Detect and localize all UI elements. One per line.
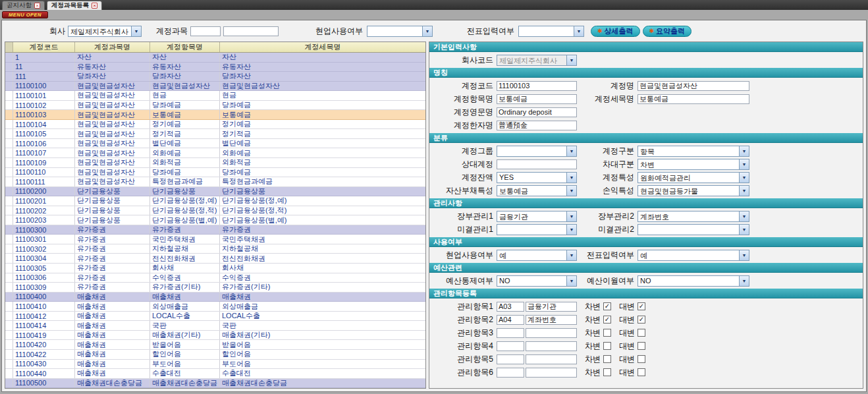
column-header-subject[interactable]: 계정과목명 [75,42,150,52]
table-row[interactable]: 11100420매출채권받을어음받을어음 [5,340,425,350]
table-row[interactable]: 11100400매출채권매출채권매출채권 [5,293,425,302]
debit-checkbox[interactable] [603,368,611,376]
dc-div-select[interactable]: 차변 ▼ [637,159,749,170]
table-row[interactable]: 11100412매출채권LOCAL수출LOCAL수출 [5,312,425,322]
table-row[interactable]: 11100304유가증권전신전화채권전신전화채권 [5,254,425,264]
mgmt-item-code-input[interactable] [497,354,524,364]
table-row[interactable]: 11100200단기금융상품단기금융상품단기금융상품 [5,187,425,197]
mgmt-item-name-input[interactable] [526,315,577,325]
mgmt-item-code-input[interactable] [497,328,524,338]
table-row[interactable]: 11100410매출채권외상매출금외상매출금 [5,302,425,312]
mgmt-item-name-input[interactable] [526,341,577,351]
mgmt-item-name-input[interactable] [526,368,577,378]
table-row[interactable]: 11100101현금및현금성자산현금현금 [5,91,425,101]
account-code-filter-input[interactable] [190,26,221,36]
table-row[interactable]: 11100103현금및현금성자산보통예금보통예금 [5,110,425,120]
mgmt-item-name-input[interactable] [526,302,577,312]
mgmt-item-name-input[interactable] [526,328,577,338]
credit-checkbox[interactable] [637,329,645,337]
pl-trait-select[interactable]: 현금및현금등가물 ▼ [637,185,749,196]
mgmt-item-name-input[interactable] [526,354,577,364]
mgmt-item-code-input[interactable] [497,302,524,312]
table-row[interactable]: 11100105현금및현금성자산정기적금정기적금 [5,129,425,139]
cell-detail: 정기적금 [220,129,425,138]
biz-use-select[interactable]: 예 ▼ [497,250,577,261]
table-row[interactable]: 11100440매출채권수출대전수출대전 [5,369,425,379]
table-row[interactable]: 11100301유가증권국민주택채권국민주택채권 [5,235,425,244]
detail-print-button[interactable]: ✱ 상세출력 [591,26,640,37]
pending1-select[interactable]: ▼ [497,224,577,235]
tab-close-icon[interactable]: × [92,3,97,9]
credit-checkbox[interactable] [637,342,645,350]
row-selector [5,312,13,321]
account-code-input[interactable] [497,81,577,91]
table-row[interactable]: 11100203단기금융상품단기금융상품(별,예)단기금융상품(별,예) [5,215,425,225]
debit-checkbox[interactable]: ✓ [603,302,611,310]
table-row[interactable]: 11100107현금및현금성자산외화예금외화예금 [5,148,425,158]
table-row[interactable]: 111당좌자산당좌자산당좌자산 [5,72,425,82]
table-row[interactable]: 11100306유가증권수익증권수익증권 [5,273,425,283]
table-row[interactable]: 11100302유가증권지하철공채지하철공채 [5,244,425,254]
table-row[interactable]: 11100201단기금융상품단기금융상품(정,예)단기금융상품(정,예) [5,196,425,206]
hanja-name-input[interactable] [497,121,577,130]
table-row[interactable]: 11100305유가증권회사채회사채 [5,264,425,273]
table-row[interactable]: 11100500매출채권대손충당금매출채권대손충당금매출채권대손충당금 [5,379,425,389]
table-row[interactable]: 1자산자산자산 [5,53,425,63]
account-div-select[interactable]: 항목 ▼ [637,146,749,157]
credit-checkbox[interactable]: ✓ [637,316,645,324]
table-row[interactable]: 11100430매출채권부도어음부도어음 [5,360,425,370]
ledger1-select[interactable]: 금융기관 ▼ [497,211,577,222]
pending2-select[interactable]: ▼ [637,224,749,235]
mgmt-item-code-input[interactable] [497,368,524,378]
counter-account-input[interactable] [497,159,577,169]
table-row[interactable]: 11유동자산유동자산유동자산 [5,63,425,72]
debit-checkbox[interactable] [603,342,611,350]
credit-checkbox[interactable]: ✓ [637,302,645,310]
column-header-code[interactable]: 계정코드 [13,42,75,52]
account-name-input[interactable] [637,81,749,91]
table-row[interactable]: 11100109현금및현금성자산외화적금외화적금 [5,158,425,168]
table-row[interactable]: 11100100현금및현금성자산현금및현금성자산현금및현금성자산 [5,82,425,92]
summary-print-button[interactable]: ✱ 요약출력 [643,26,692,37]
table-row[interactable]: 11100111현금및현금성자산특정현금과예금특정현금과예금 [5,177,425,187]
budget-control-select[interactable]: NO ▼ [497,275,577,287]
table-row[interactable]: 11100300유가증권유가증권유가증권 [5,225,425,235]
table-row[interactable]: 11100422매출채권할인어음할인어음 [5,350,425,360]
tab-item[interactable]: 공지사항× [2,1,45,10]
column-header-item[interactable]: 계정항목명 [150,42,220,52]
table-row[interactable]: 11100202단기금융상품단기금융상품(정,적)단기금융상품(정,적) [5,206,425,216]
column-header-detail[interactable]: 계정세목명 [220,42,425,52]
credit-checkbox[interactable] [637,355,645,363]
table-row[interactable]: 11100102현금및현금성자산당좌예금당좌예금 [5,101,425,111]
tab-item[interactable]: 계정과목등록× [47,1,102,10]
debit-checkbox[interactable] [603,329,611,337]
mgmt-item-code-input[interactable] [497,315,524,325]
detail-name-input[interactable] [637,94,749,104]
credit-checkbox[interactable] [637,368,645,376]
cell-detail: 전신전화채권 [220,254,425,263]
account-group-select[interactable]: ▼ [497,146,577,157]
slip-entry-filter-select[interactable]: ▼ [518,26,584,37]
slip-entry-select[interactable]: 예 ▼ [637,250,749,261]
tab-close-icon[interactable]: × [34,3,40,9]
company-select[interactable]: 제일제지주식회사 ▼ [68,26,142,37]
business-use-filter-select[interactable]: ▼ [367,26,433,37]
account-balance-select[interactable]: YES ▼ [497,172,577,183]
item-name-input[interactable] [497,94,577,104]
table-row[interactable]: 11100104현금및현금성자산정기예금정기예금 [5,120,425,130]
english-name-input[interactable] [497,107,577,117]
account-trait-select[interactable]: 원화예적금관리 ▼ [637,172,749,183]
budget-carry-select[interactable]: NO ▼ [637,275,749,287]
ledger2-select[interactable]: 계좌번호 ▼ [637,211,749,222]
menu-open-button[interactable]: MENU OPEN [2,11,48,18]
account-name-filter-input[interactable] [223,26,279,36]
table-row[interactable]: 11100414매출채권국판국판 [5,321,425,331]
debit-checkbox[interactable] [603,355,611,363]
debit-checkbox[interactable]: ✓ [603,316,611,324]
table-row[interactable]: 11100110현금및현금성자산당좌예금당좌예금 [5,168,425,178]
mgmt-item-code-input[interactable] [497,341,524,351]
table-row[interactable]: 11100419매출채권매출채권(기타)매출채권(기타) [5,331,425,341]
table-row[interactable]: 11100106현금및현금성자산별단예금별단예금 [5,139,425,149]
asset-trait-select[interactable]: 보통예금 ▼ [497,185,577,196]
table-row[interactable]: 11100309유가증권유가증권(기타)유가증권(기타) [5,283,425,293]
